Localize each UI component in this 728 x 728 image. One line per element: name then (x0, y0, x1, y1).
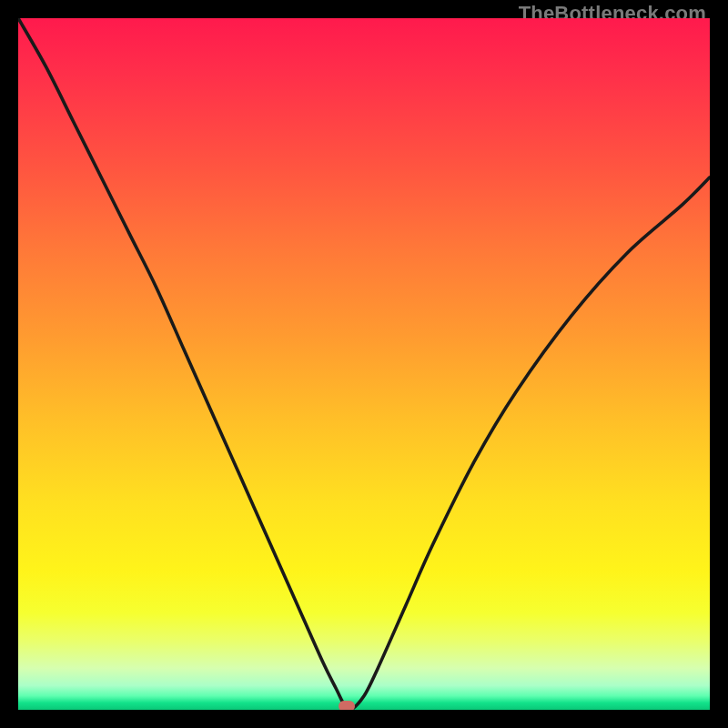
plot-area (18, 18, 710, 710)
bottleneck-curve (18, 18, 710, 710)
chart-frame: TheBottleneck.com (0, 0, 728, 728)
optimum-marker (339, 701, 355, 710)
